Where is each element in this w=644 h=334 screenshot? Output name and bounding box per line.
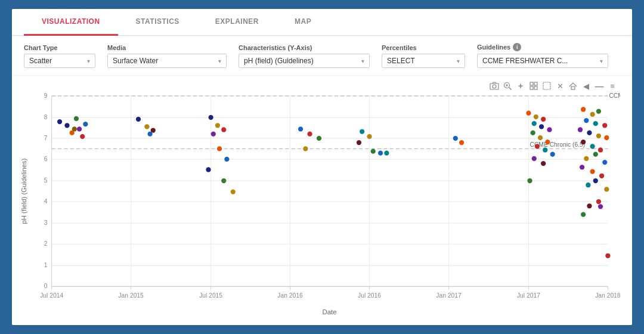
svg-rect-10 bbox=[543, 82, 550, 89]
percentiles-label: Percentiles bbox=[382, 44, 465, 51]
chevron-down-icon: ▾ bbox=[361, 58, 364, 64]
svg-text:Jan 2016: Jan 2016 bbox=[277, 292, 303, 299]
svg-text:6: 6 bbox=[44, 156, 48, 162]
svg-line-3 bbox=[509, 87, 511, 89]
svg-point-78 bbox=[303, 146, 308, 151]
tab-visualization[interactable]: VISUALIZATION bbox=[24, 9, 118, 36]
svg-point-1 bbox=[493, 85, 496, 88]
svg-text:4: 4 bbox=[44, 198, 48, 205]
menu-icon[interactable]: ≡ bbox=[607, 81, 618, 91]
svg-point-88 bbox=[534, 115, 538, 119]
back-icon[interactable]: ◀ bbox=[581, 81, 592, 91]
svg-point-83 bbox=[378, 151, 383, 156]
svg-point-93 bbox=[531, 131, 535, 135]
svg-point-115 bbox=[593, 152, 598, 157]
svg-point-101 bbox=[527, 178, 532, 183]
svg-point-81 bbox=[357, 140, 361, 145]
chart-type-label: Chart Type bbox=[24, 44, 95, 51]
svg-point-114 bbox=[598, 147, 603, 152]
svg-point-102 bbox=[581, 107, 586, 112]
svg-point-82 bbox=[371, 149, 376, 153]
characteristics-label: Characteristics (Y-Axis) bbox=[239, 44, 370, 51]
svg-point-126 bbox=[598, 204, 603, 209]
media-select[interactable]: Surface Water ▾ bbox=[107, 54, 227, 68]
svg-point-116 bbox=[584, 156, 589, 161]
svg-point-63 bbox=[144, 124, 149, 129]
svg-text:8: 8 bbox=[44, 114, 48, 120]
svg-point-117 bbox=[602, 160, 607, 165]
svg-rect-9 bbox=[534, 86, 537, 89]
guidelines-select[interactable]: CCME FRESHWATER C... ▾ bbox=[477, 54, 608, 68]
svg-point-79 bbox=[360, 129, 364, 134]
svg-point-90 bbox=[532, 121, 537, 126]
percentiles-group: Percentiles SELECT ▾ bbox=[382, 44, 465, 68]
svg-rect-11 bbox=[571, 86, 575, 89]
svg-point-80 bbox=[367, 134, 371, 139]
grid-icon[interactable] bbox=[528, 81, 539, 91]
svg-point-68 bbox=[221, 127, 226, 132]
svg-point-119 bbox=[590, 169, 595, 174]
characteristics-select[interactable]: pH (field) (Guidelines) ▾ bbox=[239, 54, 370, 68]
svg-text:0: 0 bbox=[44, 283, 48, 289]
svg-text:Jan 2018: Jan 2018 bbox=[595, 292, 620, 299]
svg-point-98 bbox=[550, 152, 555, 157]
svg-point-109 bbox=[587, 131, 592, 135]
svg-text:Jan 2017: Jan 2017 bbox=[436, 292, 462, 299]
zoom-icon[interactable] bbox=[502, 81, 513, 91]
percentiles-select[interactable]: SELECT ▾ bbox=[382, 54, 465, 68]
svg-point-120 bbox=[599, 174, 604, 178]
chart-type-select[interactable]: Scatter ▾ bbox=[24, 54, 95, 68]
svg-point-110 bbox=[596, 134, 601, 138]
svg-point-60 bbox=[74, 116, 79, 121]
svg-point-111 bbox=[604, 135, 609, 140]
guidelines-label: Guidelines i bbox=[477, 43, 608, 51]
plus-icon[interactable]: + bbox=[515, 81, 526, 91]
svg-point-122 bbox=[586, 183, 590, 187]
svg-text:9: 9 bbox=[44, 92, 48, 99]
svg-point-106 bbox=[593, 121, 598, 126]
svg-point-105 bbox=[584, 118, 589, 123]
svg-point-72 bbox=[206, 167, 210, 172]
svg-point-100 bbox=[541, 161, 546, 166]
camera-icon[interactable] bbox=[489, 81, 500, 91]
svg-point-108 bbox=[578, 127, 583, 132]
media-label: Media bbox=[107, 44, 227, 51]
svg-point-58 bbox=[77, 126, 82, 131]
tab-explainer[interactable]: EXPLAINER bbox=[197, 9, 277, 36]
svg-point-75 bbox=[298, 126, 303, 131]
svg-point-104 bbox=[596, 109, 601, 113]
select-icon[interactable] bbox=[541, 81, 552, 91]
svg-point-66 bbox=[208, 115, 213, 120]
svg-point-87 bbox=[526, 111, 531, 116]
svg-text:Jul 2016: Jul 2016 bbox=[358, 292, 381, 299]
svg-point-89 bbox=[541, 117, 546, 122]
svg-point-85 bbox=[453, 136, 458, 141]
close-icon[interactable]: ✕ bbox=[555, 81, 565, 91]
svg-point-54 bbox=[57, 119, 62, 124]
svg-point-94 bbox=[538, 135, 543, 140]
controls-bar: Chart Type Scatter ▾ Media Surface Water… bbox=[12, 36, 632, 76]
svg-text:Jul 2015: Jul 2015 bbox=[199, 292, 222, 299]
svg-point-121 bbox=[593, 178, 598, 183]
characteristics-group: Characteristics (Y-Axis) pH (field) (Gui… bbox=[239, 44, 370, 68]
guideline-9-label: CCME Chronic (9) bbox=[609, 92, 620, 99]
svg-point-84 bbox=[384, 151, 389, 156]
svg-point-91 bbox=[539, 124, 544, 129]
tab-map[interactable]: MAP bbox=[277, 9, 329, 36]
svg-point-86 bbox=[459, 140, 464, 145]
scatter-chart[interactable]: pH (field) (Guidelines) 9 8 7 6 5 bbox=[18, 82, 620, 319]
tab-statistics[interactable]: STATISTICS bbox=[118, 9, 197, 36]
svg-point-74 bbox=[231, 189, 236, 194]
chart-svg: pH (field) (Guidelines) 9 8 7 6 5 bbox=[18, 82, 620, 319]
home-icon[interactable] bbox=[568, 81, 578, 91]
svg-point-128 bbox=[605, 253, 610, 258]
minus-icon[interactable]: — bbox=[594, 81, 605, 91]
x-axis-label: Date bbox=[323, 308, 337, 316]
tab-bar: VISUALIZATION STATISTICS EXPLAINER MAP bbox=[12, 9, 632, 36]
svg-text:1: 1 bbox=[44, 262, 48, 268]
svg-point-65 bbox=[147, 132, 152, 137]
svg-point-62 bbox=[136, 117, 141, 122]
guidelines-group: Guidelines i CCME FRESHWATER C... ▾ bbox=[477, 43, 608, 68]
svg-point-113 bbox=[590, 144, 595, 149]
svg-point-73 bbox=[221, 178, 226, 183]
